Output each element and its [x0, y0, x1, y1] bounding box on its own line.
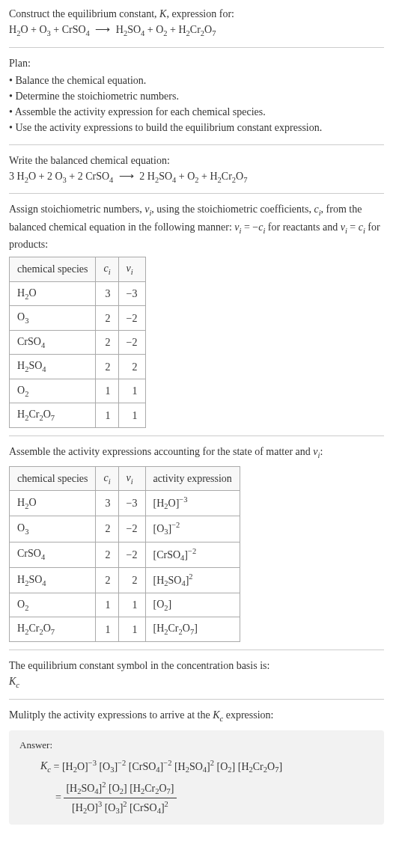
cell-c: 3: [96, 281, 118, 306]
col-species: chemical species: [10, 257, 96, 282]
cell-species: CrSO4: [10, 330, 96, 355]
cell-c: 1: [96, 379, 118, 403]
cell-c: 1: [96, 617, 118, 642]
cell-species: H2SO4: [10, 355, 96, 379]
cell-expr: [O3]−2: [145, 516, 240, 542]
cell-c: 1: [96, 403, 118, 428]
symbol-section: The equilibrium constant symbol in the c…: [9, 658, 384, 700]
col-species: chemical species: [10, 466, 96, 491]
cell-species: H2SO4: [10, 567, 96, 593]
cell-c: 2: [96, 306, 118, 331]
fraction-numerator: [H2SO4]2 [O2] [H2Cr2O7]: [64, 779, 176, 798]
cell-species: CrSO4: [10, 542, 96, 567]
table-row: H2Cr2O711: [10, 403, 146, 428]
cell-expr: [H2Cr2O7]: [145, 617, 240, 642]
cell-c: 2: [96, 330, 118, 355]
unbalanced-equation: H2O + O3 + CrSO4 ⟶ H2SO4 + O2 + H2Cr2O7: [9, 22, 384, 40]
symbol-intro: The equilibrium constant symbol in the c…: [9, 658, 384, 673]
prompt-text: Construct the equilibrium constant, K, e…: [9, 6, 384, 22]
cell-c: 3: [96, 491, 118, 516]
cell-v: 1: [118, 593, 145, 617]
table-row: CrSO42−2: [10, 330, 146, 355]
table-row: O211: [10, 379, 146, 403]
fraction-denominator: [H2O]3 [O3]2 [CrSO4]2: [64, 798, 176, 817]
multiply-intro: Mulitply the activity expressions to arr…: [9, 707, 384, 725]
cell-species: H2Cr2O7: [10, 617, 96, 642]
table-row: O211[O2]: [10, 593, 240, 617]
cell-species: H2Cr2O7: [10, 403, 96, 428]
table-header-row: chemical species ci νi activity expressi…: [10, 466, 240, 491]
table-row: H2Cr2O711[H2Cr2O7]: [10, 617, 240, 642]
answer-fraction: [H2SO4]2 [O2] [H2Cr2O7] [H2O]3 [O3]2 [Cr…: [64, 779, 176, 817]
activity-table: chemical species ci νi activity expressi…: [9, 466, 240, 642]
cell-v: −2: [118, 516, 145, 542]
multiply-section: Mulitply the activity expressions to arr…: [9, 707, 384, 825]
activity-intro: Assemble the activity expressions accoun…: [9, 444, 384, 462]
cell-species: O2: [10, 379, 96, 403]
cell-v: −2: [118, 542, 145, 567]
balanced-equation: 3 H2O + 2 O3 + 2 CrSO4 ⟶ 2 H2SO4 + O2 + …: [9, 168, 384, 186]
cell-c: 2: [96, 516, 118, 542]
table-row: H2SO422[H2SO4]2: [10, 567, 240, 593]
cell-v: −2: [118, 306, 145, 331]
col-vi: νi: [118, 466, 145, 491]
table-row: CrSO42−2[CrSO4]−2: [10, 542, 240, 567]
answer-box: Answer: Kc = [H2O]−3 [O3]−2 [CrSO4]−2 [H…: [9, 730, 384, 825]
cell-v: 2: [118, 355, 145, 379]
cell-expr: [O2]: [145, 593, 240, 617]
answer-label: Answer:: [19, 738, 374, 753]
cell-v: 1: [118, 617, 145, 642]
answer-line1: Kc = [H2O]−3 [O3]−2 [CrSO4]−2 [H2SO4]2 […: [19, 757, 374, 776]
plan-title: Plan:: [9, 55, 384, 71]
stoich-section: Assign stoichiometric numbers, νi, using…: [9, 201, 384, 436]
cell-v: −2: [118, 330, 145, 355]
header-section: Construct the equilibrium constant, K, e…: [9, 6, 384, 48]
symbol-value: Kc: [9, 673, 384, 691]
activity-section: Assemble the activity expressions accoun…: [9, 444, 384, 650]
cell-species: H2O: [10, 491, 96, 516]
answer-line2: = [H2SO4]2 [O2] [H2Cr2O7] [H2O]3 [O3]2 […: [19, 779, 374, 817]
plan-item: • Balance the chemical equation.: [9, 73, 384, 88]
plan-item: • Use the activity expressions to build …: [9, 120, 384, 135]
stoich-intro: Assign stoichiometric numbers, νi, using…: [9, 201, 384, 252]
cell-v: −3: [118, 281, 145, 306]
plan-section: Plan: • Balance the chemical equation. •…: [9, 55, 384, 145]
cell-species: O2: [10, 593, 96, 617]
col-ci: ci: [96, 466, 118, 491]
cell-c: 2: [96, 542, 118, 567]
cell-expr: [H2O]−3: [145, 491, 240, 516]
col-ci: ci: [96, 257, 118, 282]
table-row: O32−2[O3]−2: [10, 516, 240, 542]
balanced-intro: Write the balanced chemical equation:: [9, 153, 384, 168]
table-row: H2O3−3[H2O]−3: [10, 491, 240, 516]
col-expr: activity expression: [145, 466, 240, 491]
cell-v: 2: [118, 567, 145, 593]
col-vi: νi: [118, 257, 145, 282]
cell-species: H2O: [10, 281, 96, 306]
cell-expr: [CrSO4]−2: [145, 542, 240, 567]
table-row: H2O3−3: [10, 281, 146, 306]
cell-species: O3: [10, 306, 96, 331]
stoich-table: chemical species ci νi H2O3−3 O32−2 CrSO…: [9, 257, 146, 428]
balanced-section: Write the balanced chemical equation: 3 …: [9, 153, 384, 195]
cell-c: 2: [96, 567, 118, 593]
cell-v: −3: [118, 491, 145, 516]
cell-species: O3: [10, 516, 96, 542]
cell-c: 2: [96, 355, 118, 379]
plan-item: • Assemble the activity expression for e…: [9, 104, 384, 120]
plan-item: • Determine the stoichiometric numbers.: [9, 88, 384, 104]
cell-v: 1: [118, 403, 145, 428]
table-header-row: chemical species ci νi: [10, 257, 146, 282]
cell-v: 1: [118, 379, 145, 403]
cell-c: 1: [96, 593, 118, 617]
table-row: H2SO422: [10, 355, 146, 379]
cell-expr: [H2SO4]2: [145, 567, 240, 593]
table-row: O32−2: [10, 306, 146, 331]
